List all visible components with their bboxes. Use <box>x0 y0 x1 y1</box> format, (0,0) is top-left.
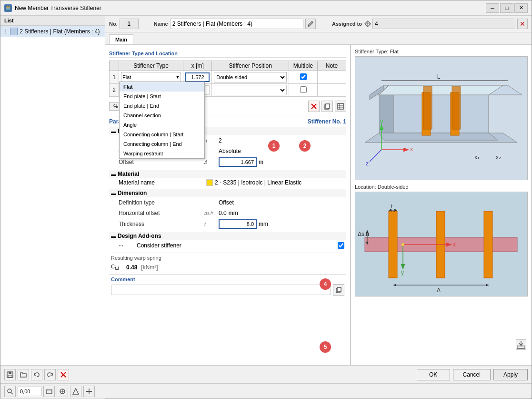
offset-unit: m <box>259 159 263 165</box>
comment-copy-button[interactable] <box>333 284 344 296</box>
design-toggle: ▬ <box>111 234 116 239</box>
dimension-collapse[interactable]: ▬ Dimension <box>109 189 346 197</box>
consider-checkbox[interactable] <box>338 242 344 249</box>
cancel-button[interactable]: Cancel <box>453 369 491 380</box>
edit-name-button[interactable] <box>305 19 316 29</box>
horiz-offset-label: Horizontal offset <box>119 210 204 216</box>
open-button[interactable] <box>18 369 29 380</box>
col-stiffener-type: Stiffener Type <box>119 61 183 71</box>
main-tab[interactable]: Main <box>109 34 133 44</box>
dropdown-item-endplate-end[interactable]: End plate | End <box>120 101 204 111</box>
consider-label: Consider stiffener <box>137 242 336 249</box>
offset-input[interactable] <box>219 157 257 167</box>
row-1-type-cell: Flat ▼ Flat End plate | Start End plate … <box>119 71 183 84</box>
assigned-input[interactable] <box>372 19 515 29</box>
redo-button[interactable] <box>44 369 56 380</box>
svg-rect-31 <box>452 86 461 129</box>
copy-button[interactable] <box>321 101 333 112</box>
svg-rect-1 <box>7 6 8 8</box>
row-2-multiple-check[interactable] <box>300 86 307 93</box>
material-color-icon <box>206 179 213 186</box>
row-2-num: 2 <box>110 84 119 97</box>
left-toolbar <box>4 369 69 380</box>
thickness-input[interactable] <box>219 219 257 229</box>
comment-input[interactable] <box>111 285 331 295</box>
undo-button[interactable] <box>31 369 42 380</box>
offset-def-value: Absolute <box>219 148 344 154</box>
dropdown-menu: Flat End plate | Start End plate | End C… <box>119 82 205 159</box>
design-collapse[interactable]: ▬ Design Add-ons <box>109 232 346 240</box>
row-1-x-input[interactable] <box>185 72 210 82</box>
svg-marker-27 <box>379 133 498 140</box>
svg-rect-30 <box>423 86 432 129</box>
location-diagram: x y Δs,h t <box>355 192 528 297</box>
svg-text:x₂: x₂ <box>496 154 501 161</box>
stiffener-section-header: Stiffener Type and Location <box>109 51 346 58</box>
dropdown-item-angle[interactable]: Angle <box>120 120 204 130</box>
dropdown-arrow-1: ▼ <box>175 75 180 80</box>
svg-rect-19 <box>337 287 341 292</box>
row-1-multiple-check[interactable] <box>300 73 307 80</box>
dropdown-item-flat[interactable]: Flat <box>120 82 204 92</box>
annotation-1: 1 <box>268 140 280 152</box>
table-button[interactable] <box>335 101 346 112</box>
thickness-label: Thickness <box>119 221 204 227</box>
number-value: 2 <box>219 137 344 144</box>
warp-header: Resulting warp spring <box>111 255 344 261</box>
offset-symbol: Δ <box>204 160 219 165</box>
svg-rect-14 <box>338 103 343 109</box>
svg-point-66 <box>8 389 11 393</box>
save-button[interactable] <box>4 369 16 380</box>
row-2-note-cell <box>318 84 346 97</box>
no-input[interactable] <box>120 19 139 29</box>
zoom-input[interactable]: 0,00 <box>18 387 41 396</box>
row-2-pos-select[interactable] <box>214 85 287 95</box>
assigned-remove-button[interactable]: ✕ <box>517 19 528 29</box>
annotation-5: 5 <box>320 341 331 353</box>
name-label: Name <box>154 21 168 27</box>
svg-text:Δ: Δ <box>437 287 441 294</box>
dropdown-item-conn-start[interactable]: Connecting column | Start <box>120 130 204 139</box>
material-value: 2 - S235 | Isotropic | Linear Elastic <box>215 179 301 186</box>
view-button-1[interactable] <box>43 386 55 397</box>
warp-row: Cω 0.48 [kNm³] <box>111 263 344 272</box>
dropdown-item-channel[interactable]: Channel section <box>120 111 204 120</box>
action-buttons: OK Cancel Apply <box>417 369 528 380</box>
dropdown-item-endplate-start[interactable]: End plate | Start <box>120 92 204 101</box>
consider-indent: ··· <box>119 242 133 249</box>
apply-button[interactable]: Apply <box>493 369 528 380</box>
search-button[interactable] <box>4 386 16 397</box>
export-button[interactable] <box>516 339 526 351</box>
delete-all-button[interactable] <box>58 369 69 380</box>
location-diagram-svg: x y Δs,h t <box>355 192 527 297</box>
list-item[interactable]: 1 2 Stiffeners | Flat (Members : 4) <box>0 26 105 37</box>
horiz-offset-symbol: Δs,h <box>204 211 219 215</box>
warp-value: 0.48 <box>126 264 137 271</box>
design-section: ▬ Design Add-ons ··· Consider stiffener <box>109 232 346 251</box>
right-panel: Stiffener Type: Flat <box>351 45 532 365</box>
thickness-row: Thickness t mm <box>109 218 346 230</box>
table-row: 1 Flat ▼ Flat End plate | S <box>110 71 346 84</box>
comment-header: Comment <box>111 276 344 282</box>
view-button-2[interactable] <box>57 386 68 397</box>
name-input[interactable] <box>170 19 303 29</box>
dropdown-item-warping[interactable]: Warping restraint <box>120 149 204 158</box>
thickness-unit: mm <box>259 221 268 227</box>
row-1-type-dropdown[interactable]: Flat ▼ <box>121 72 181 82</box>
svg-marker-24 <box>393 95 489 133</box>
list-item-label: 2 Stiffeners | Flat (Members : 4) <box>20 28 100 35</box>
row-1-pos-select[interactable]: Double-sided <box>214 72 287 82</box>
svg-text:z: z <box>366 160 369 167</box>
annotation-4: 4 <box>320 278 331 290</box>
dropdown-item-conn-end[interactable]: Connecting column | End <box>120 139 204 149</box>
view-button-3[interactable] <box>70 386 81 397</box>
material-section: ▬ Material Material name 2 - S235 | Isot… <box>109 170 346 187</box>
view-button-4[interactable] <box>83 386 95 397</box>
ok-button[interactable]: OK <box>417 369 450 380</box>
maximize-button[interactable]: □ <box>500 3 513 13</box>
close-button[interactable]: ✕ <box>514 3 528 13</box>
collapse-toggle: ▬ <box>111 129 116 134</box>
material-collapse[interactable]: ▬ Material <box>109 170 346 178</box>
minimize-button[interactable]: ─ <box>486 3 499 13</box>
delete-button[interactable] <box>308 101 320 112</box>
